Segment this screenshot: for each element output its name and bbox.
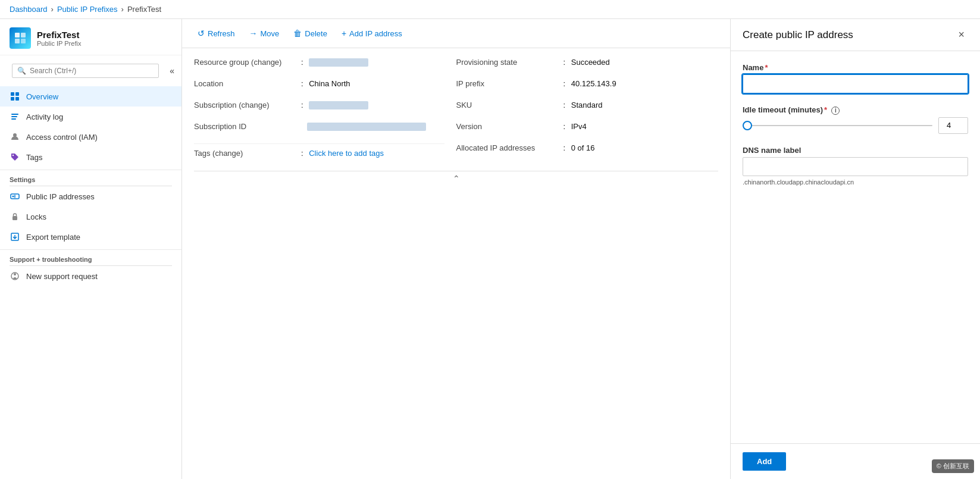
name-field-label: Name* <box>743 63 968 72</box>
refresh-label: Refresh <box>208 29 235 38</box>
separator: : <box>301 58 305 67</box>
add-ip-button[interactable]: + Add IP address <box>336 25 408 42</box>
support-section-label: Support + troubleshooting <box>0 249 181 265</box>
resource-icon <box>10 27 31 49</box>
panel-body: Name* Idle timeout (minutes)* i DNS name <box>731 51 980 443</box>
delete-button[interactable]: 🗑 Delete <box>287 25 333 42</box>
idle-timeout-value-input[interactable] <box>938 117 968 134</box>
sidebar-item-locks[interactable]: Locks <box>0 206 181 227</box>
name-input[interactable] <box>743 74 968 93</box>
separator: : <box>563 58 568 67</box>
svg-rect-0 <box>15 33 20 37</box>
move-label: Move <box>261 29 280 38</box>
idle-timeout-slider-group <box>743 117 968 134</box>
resource-name: PrefixTest <box>37 30 81 40</box>
separator: : <box>301 101 305 109</box>
refresh-icon: ↺ <box>198 29 205 38</box>
svg-rect-10 <box>11 118 16 120</box>
iam-icon <box>10 132 20 142</box>
sku-value: Standard <box>571 101 603 109</box>
dns-label-field-label: DNS name label <box>743 146 968 155</box>
details-right: Provisioning state : Succeeded IP prefix… <box>456 58 719 165</box>
svg-rect-4 <box>11 92 14 96</box>
subscription-id-value <box>307 123 426 131</box>
tags-add-link[interactable]: Click here to add tags <box>309 149 384 158</box>
collapse-chevron-icon: ⌃ <box>453 174 460 183</box>
breadcrumb-dashboard[interactable]: Dashboard <box>10 5 48 14</box>
sidebar-item-iam-label: Access control (IAM) <box>26 133 98 142</box>
dns-label-field-group: DNS name label .chinanorth.cloudapp.chin… <box>743 146 968 186</box>
tags-row: Tags (change) : Click here to add tags <box>194 143 444 158</box>
watermark: © 创新互联 <box>932 459 974 473</box>
sidebar-item-new-support-request[interactable]: New support request <box>0 266 181 286</box>
sidebar-item-overview-label: Overview <box>26 92 58 101</box>
provisioning-state-value: Succeeded <box>571 58 610 67</box>
dns-name-input[interactable] <box>743 157 968 176</box>
separator: : <box>563 101 568 109</box>
sidebar-item-tags[interactable]: Tags <box>0 147 181 167</box>
idle-timeout-slider[interactable] <box>743 125 932 126</box>
resource-group-value <box>309 58 368 67</box>
sidebar-item-activity-log-label: Activity log <box>26 112 63 121</box>
sidebar-item-export-template[interactable]: Export template <box>0 227 181 247</box>
separator <box>301 122 303 131</box>
delete-label: Delete <box>305 29 327 38</box>
delete-icon: 🗑 <box>293 29 302 38</box>
export-icon <box>10 231 20 242</box>
sidebar-item-activity-log[interactable]: Activity log <box>0 107 181 127</box>
location-value: China North <box>309 79 350 88</box>
resource-group-row: Resource group (change) : <box>194 58 444 72</box>
subscription-change-link[interactable]: change <box>241 101 267 109</box>
sidebar-item-public-ip-addresses[interactable]: Public IP addresses <box>0 186 181 206</box>
panel-title: Create public IP address <box>743 29 853 41</box>
details-left: Resource group (change) : Location : Chi… <box>194 58 456 165</box>
subscription-row: Subscription (change) : <box>194 101 444 115</box>
breadcrumb-public-ip-prefixes[interactable]: Public IP Prefixes <box>57 5 118 14</box>
idle-timeout-info-icon[interactable]: i <box>831 107 840 115</box>
sidebar-item-export-template-label: Export template <box>26 233 80 242</box>
version-value: IPv4 <box>571 122 587 131</box>
move-icon: → <box>249 29 258 38</box>
tags-change-link[interactable]: change <box>215 149 240 158</box>
sidebar-resource-header: PrefixTest Public IP Prefix <box>0 19 181 55</box>
separator: : <box>563 143 568 152</box>
sidebar-item-support-label: New support request <box>26 272 98 281</box>
separator: : <box>563 79 568 88</box>
sidebar-item-overview[interactable]: Overview <box>0 86 181 107</box>
ip-prefix-row: IP prefix : 40.125.143.9 <box>456 79 707 93</box>
svg-point-12 <box>12 155 14 156</box>
support-icon <box>10 271 20 281</box>
svg-rect-7 <box>15 97 19 101</box>
subscription-id-row: Subscription ID <box>194 122 444 136</box>
breadcrumb: Dashboard › Public IP Prefixes › PrefixT… <box>0 0 980 19</box>
settings-section-label: Settings <box>0 170 181 186</box>
svg-point-19 <box>14 273 16 275</box>
panel-close-button[interactable]: × <box>954 27 968 42</box>
search-box[interactable]: 🔍 <box>12 64 159 78</box>
svg-rect-16 <box>12 216 17 220</box>
sidebar-item-locks-label: Locks <box>26 212 46 221</box>
provisioning-state-row: Provisioning state : Succeeded <box>456 58 707 72</box>
allocated-ip-row: Allocated IP addresses : 0 of 16 <box>456 143 707 158</box>
create-ip-panel: Create public IP address × Name* Idle ti… <box>730 19 980 479</box>
refresh-button[interactable]: ↺ Refresh <box>192 25 241 42</box>
add-ip-label: Add IP address <box>349 29 402 38</box>
location-row: Location : China North <box>194 79 444 93</box>
svg-rect-2 <box>15 39 20 43</box>
toolbar: ↺ Refresh → Move 🗑 Delete + Add IP addre… <box>182 19 730 48</box>
panel-header: Create public IP address × <box>731 19 980 51</box>
details-area: Resource group (change) : Location : Chi… <box>182 48 730 479</box>
collapse-sidebar-button[interactable]: « <box>167 65 177 77</box>
svg-point-14 <box>12 196 14 198</box>
public-ip-icon <box>10 191 20 202</box>
move-button[interactable]: → Move <box>243 25 286 42</box>
separator: : <box>563 122 568 131</box>
sidebar-item-access-control[interactable]: Access control (IAM) <box>0 127 181 147</box>
search-input[interactable] <box>30 67 154 75</box>
resource-group-change-link[interactable]: change <box>253 58 279 67</box>
ip-prefix-value: 40.125.143.9 <box>571 79 616 88</box>
collapse-details-button[interactable]: ⌃ <box>194 171 718 186</box>
breadcrumb-current: PrefixTest <box>127 5 161 14</box>
add-button[interactable]: Add <box>743 452 786 471</box>
svg-rect-1 <box>21 33 26 37</box>
